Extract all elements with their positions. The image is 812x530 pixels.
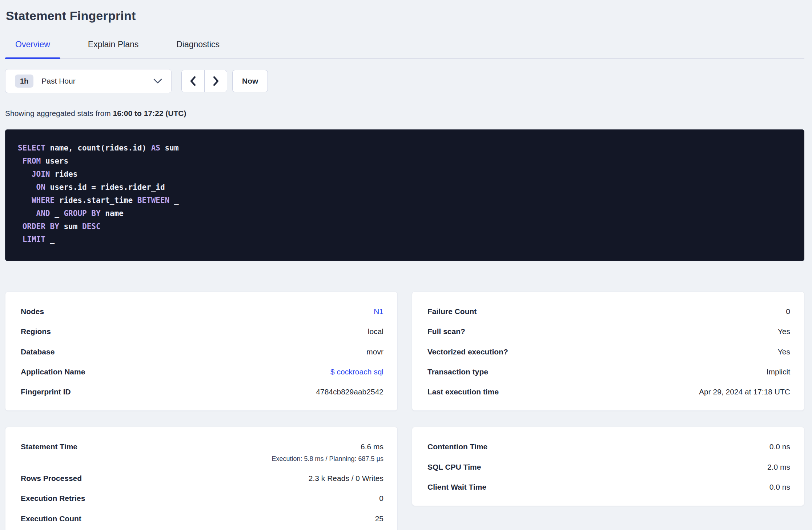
stat-label: Statement Time [21,442,77,451]
overview-cards: NodesN1RegionslocalDatabasemovrApplicati… [5,292,804,411]
tab-explain-plans[interactable]: Explain Plans [78,36,149,58]
stat-row: Failure Count0 [427,301,790,321]
stat-label: Vectorized execution? [427,347,508,357]
stat-row: Statement Time6.6 msExecution: 5.8 ms / … [21,437,383,468]
stat-value: Yes [778,326,790,336]
page-title: Statement Fingerprint [5,0,804,23]
timing-cards: Statement Time6.6 msExecution: 5.8 ms / … [5,427,804,530]
tab-overview[interactable]: Overview [5,36,60,58]
stat-label: Nodes [21,306,44,316]
stat-value: 0.0 ns [769,482,790,492]
stat-row: Rows Processed2.3 k Reads / 0 Writes [21,468,383,488]
stat-label: Client Wait Time [427,482,486,492]
tabbar: Overview Explain Plans Diagnostics [5,36,804,59]
stat-row: Application Name$ cockroach sql [21,362,383,382]
stat-value: movr [366,347,383,357]
stat-value: 6.6 msExecution: 5.8 ms / Planning: 687.… [272,442,383,463]
stat-row: NodesN1 [21,301,383,321]
now-button[interactable]: Now [232,70,268,92]
stat-subvalue: Execution: 5.8 ms / Planning: 687.5 µs [272,455,383,463]
stat-value: 2.0 ms [767,462,790,472]
stat-value: local [368,326,383,336]
tab-diagnostics[interactable]: Diagnostics [166,36,230,58]
previous-interval-button[interactable] [182,70,204,92]
statement-details-card: NodesN1RegionslocalDatabasemovrApplicati… [5,292,398,411]
stat-row: Client Wait Time0.0 ns [427,477,790,497]
chevron-down-icon [153,78,162,84]
stat-label: Full scan? [427,326,465,336]
stat-value-link[interactable]: N1 [374,306,383,316]
stat-row: Transaction typeImplicit [427,362,790,382]
stat-label: Transaction type [427,367,488,377]
stat-value: Implicit [767,367,790,377]
caption-prefix: Showing aggregated stats from [5,109,113,117]
stat-label: Fingerprint ID [21,387,71,397]
stat-label: Execution Count [21,514,81,523]
stat-row: Databasemovr [21,342,383,362]
stat-value: 0 [379,493,383,503]
stat-value: 0.0 ns [769,442,790,451]
stat-label: Contention Time [427,442,487,451]
stat-value: Apr 29, 2024 at 17:18 UTC [699,387,790,397]
stat-value: 0 [786,306,790,316]
stat-label: Application Name [21,367,85,377]
stat-label: Database [21,347,55,357]
statement-timing-card: Statement Time6.6 msExecution: 5.8 ms / … [5,427,398,530]
time-range-badge: 1h [15,75,33,88]
stat-row: SQL CPU Time2.0 ms [427,457,790,477]
stat-row: Regionslocal [21,321,383,341]
stat-value: 25 [375,514,383,523]
stat-value-link[interactable]: $ cockroach sql [330,367,383,377]
stat-label: Rows Processed [21,473,82,483]
statement-fingerprint-page: Statement Fingerprint Overview Explain P… [0,0,812,530]
aggregated-stats-caption: Showing aggregated stats from 16:00 to 1… [5,109,804,118]
stat-label: Regions [21,326,51,336]
stat-value: Yes [778,347,790,357]
stat-row: Execution Count25 [21,509,383,529]
time-controls: 1h Past Hour Now [5,69,804,93]
stat-value: 4784cb829aab2542 [316,387,383,397]
stat-row: Last execution timeApr 29, 2024 at 17:18… [427,382,790,402]
stat-label: Failure Count [427,306,477,316]
stat-row: Vectorized execution?Yes [427,342,790,362]
wait-time-card: Contention Time0.0 nsSQL CPU Time2.0 msC… [412,427,804,506]
caption-time-range: 16:00 to 17:22 (UTC) [113,109,186,117]
sql-statement-box: SELECT name, count(rides.id) AS sum FROM… [5,129,804,261]
stat-row: Full scan?Yes [427,321,790,341]
time-range-picker[interactable]: 1h Past Hour [5,69,172,93]
time-step-buttons [181,70,227,92]
chevron-right-icon [212,76,220,86]
next-interval-button[interactable] [204,70,227,92]
stat-value: 2.3 k Reads / 0 Writes [309,473,383,483]
time-range-label: Past Hour [41,77,75,85]
stat-label: Execution Retries [21,493,85,503]
stat-label: Last execution time [427,387,499,397]
stat-label: SQL CPU Time [427,462,481,472]
chevron-left-icon [189,76,197,86]
sql-statement-code: SELECT name, count(rides.id) AS sum FROM… [18,141,792,246]
stat-row: Contention Time0.0 ns [427,437,790,457]
stat-row: Execution Retries0 [21,488,383,508]
execution-attributes-card: Failure Count0Full scan?YesVectorized ex… [412,292,804,411]
stat-row: Fingerprint ID4784cb829aab2542 [21,382,383,402]
